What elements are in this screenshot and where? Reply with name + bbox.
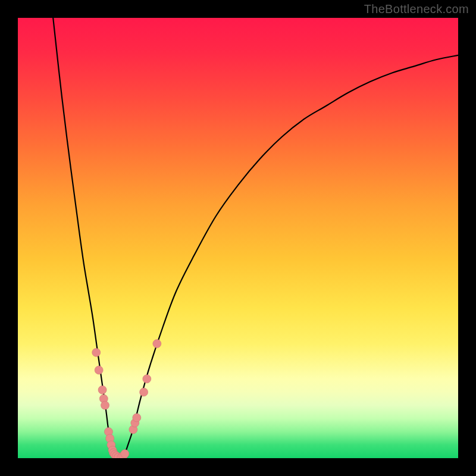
- bottleneck-curve: [18, 18, 458, 458]
- data-marker: [133, 414, 141, 422]
- chart-frame: TheBottleneck.com: [0, 0, 476, 476]
- watermark-text: TheBottleneck.com: [364, 2, 469, 16]
- data-marker: [101, 401, 109, 409]
- data-marker: [153, 340, 161, 348]
- plot-area: [18, 18, 458, 458]
- data-marker: [92, 348, 101, 356]
- data-marker: [98, 386, 107, 394]
- data-marker: [140, 388, 148, 396]
- data-marker: [121, 450, 129, 458]
- curve-right-branch: [124, 55, 458, 458]
- data-marker: [95, 366, 103, 374]
- data-marker: [143, 375, 151, 383]
